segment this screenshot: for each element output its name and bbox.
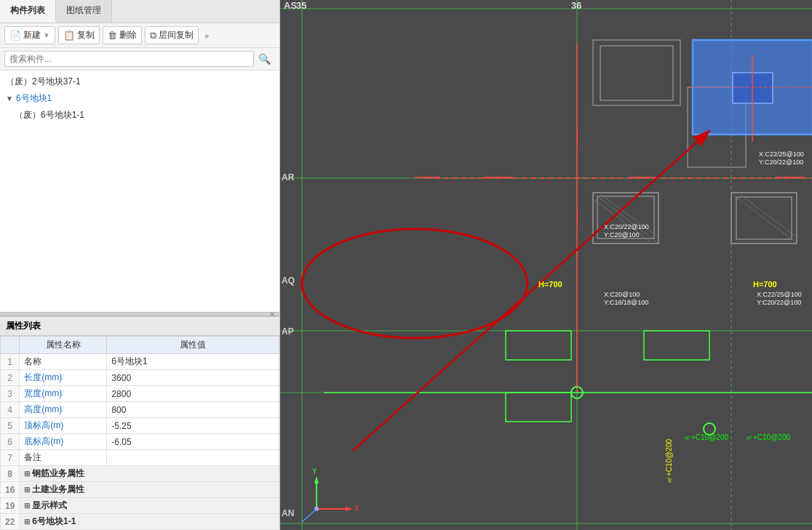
svg-text:AR: AR xyxy=(282,172,295,182)
expand-icon: ⊞ xyxy=(24,470,30,478)
svg-rect-19 xyxy=(597,196,654,238)
svg-text:㎡+C10@200: ㎡+C10@200 xyxy=(746,433,790,441)
table-row[interactable]: 7 备注 xyxy=(1,450,279,466)
property-table: 属性名称 属性值 1 名称 6号地块1 2 长度(mm) 3600 3 宽度(m… xyxy=(0,336,279,530)
col-name-header: 属性名称 xyxy=(20,337,107,354)
expand-icon: ⊞ xyxy=(24,486,30,494)
svg-text:AN: AN xyxy=(282,508,294,518)
svg-rect-15 xyxy=(733,73,773,103)
svg-text:X:C20/22@100: X:C20/22@100 xyxy=(604,223,649,230)
floor-copy-icon: ⧉ xyxy=(150,30,156,41)
svg-rect-29 xyxy=(506,393,571,422)
copy-icon: 📋 xyxy=(63,30,75,41)
floor-copy-button[interactable]: ⧉ 层间复制 xyxy=(145,26,199,44)
svg-text:AP: AP xyxy=(282,326,294,337)
delete-button[interactable]: 🗑 删除 xyxy=(103,26,142,44)
col-value-header: 属性值 xyxy=(107,337,279,354)
svg-text:㎡+C10@200: ㎡+C10@200 xyxy=(684,433,728,441)
svg-text:X:C22/25@100: X:C22/25@100 xyxy=(759,150,804,158)
svg-rect-12 xyxy=(600,46,673,100)
tab-bar: 构件列表 图纸管理 xyxy=(0,0,279,23)
svg-rect-14 xyxy=(693,40,812,134)
toolbar: 📄 新建 ▼ 📋 复制 🗑 删除 ⧉ 层间复制 » xyxy=(0,23,279,48)
svg-point-69 xyxy=(302,229,528,338)
svg-marker-65 xyxy=(346,507,353,511)
table-row[interactable]: 1 名称 6号地块1 xyxy=(1,354,279,370)
table-row-group-6hao[interactable]: 22 ⊞6号地块1-1 xyxy=(1,514,279,530)
new-button[interactable]: 📄 新建 ▼ xyxy=(4,26,55,44)
svg-text:H=700: H=700 xyxy=(538,280,562,289)
svg-text:Y:C20/22@100: Y:C20/22@100 xyxy=(759,158,803,166)
svg-point-30 xyxy=(571,387,583,398)
tree-item-废6号[interactable]: （废）6号地块1-1 xyxy=(0,107,279,124)
svg-text:36: 36 xyxy=(571,0,581,11)
table-row-group-civil[interactable]: 16 ⊞土建业务属性 xyxy=(1,482,279,498)
svg-text:H=700: H=700 xyxy=(753,280,777,289)
property-panel: 属性列表 属性名称 属性值 1 名称 6号地块1 2 长度(mm) 3600 xyxy=(0,316,279,530)
table-row[interactable]: 4 高度(mm) 800 xyxy=(1,402,279,418)
svg-text:X: X xyxy=(354,505,359,513)
svg-text:AS: AS xyxy=(284,0,297,11)
new-icon: 📄 xyxy=(9,30,21,41)
svg-text:㎡+C10@200: ㎡+C10@200 xyxy=(665,439,673,483)
tree-item-6号地块1[interactable]: ▼ 6号地块1 xyxy=(0,90,279,107)
svg-rect-27 xyxy=(506,331,571,360)
property-panel-title: 属性列表 xyxy=(0,317,279,336)
svg-text:Y: Y xyxy=(312,467,317,475)
tree-item-废2号[interactable]: （废）2号地块37-1 xyxy=(0,73,279,90)
svg-line-25 xyxy=(733,194,795,242)
table-row-group-display[interactable]: 19 ⊞显示样式 xyxy=(1,498,279,514)
svg-line-68 xyxy=(302,509,317,522)
svg-text:X:C22/25@100: X:C22/25@100 xyxy=(757,291,802,298)
cad-drawing: AS 35 36 AR AQ AP AN X:C20/22@100 Y:C20@… xyxy=(280,0,812,530)
svg-rect-18 xyxy=(593,193,658,244)
svg-point-67 xyxy=(314,507,319,511)
svg-rect-24 xyxy=(736,197,792,239)
table-row[interactable]: 2 长度(mm) 3600 xyxy=(1,370,279,386)
expand-arrow: ▼ xyxy=(6,95,13,103)
table-row-group-rebar[interactable]: 8 ⊞钢筋业务属性 xyxy=(1,466,279,482)
component-tree: （废）2号地块37-1 ▼ 6号地块1 （废）6号地块1-1 xyxy=(0,71,279,312)
more-button[interactable]: » xyxy=(202,30,212,41)
table-row[interactable]: 3 宽度(mm) 2800 xyxy=(1,386,279,402)
svg-text:Y:C20@100: Y:C20@100 xyxy=(604,231,640,238)
svg-rect-23 xyxy=(731,193,797,244)
search-button[interactable]: 🔍 xyxy=(254,51,275,67)
tab-component-list[interactable]: 构件列表 xyxy=(0,0,56,23)
svg-text:35: 35 xyxy=(296,0,306,11)
tab-drawing-management[interactable]: 图纸管理 xyxy=(56,0,112,23)
svg-rect-28 xyxy=(644,331,709,360)
delete-icon: 🗑 xyxy=(108,30,117,41)
svg-rect-13 xyxy=(688,87,746,167)
svg-line-20 xyxy=(594,194,657,242)
svg-rect-11 xyxy=(593,40,680,105)
copy-button[interactable]: 📋 复制 xyxy=(58,26,100,44)
svg-line-21 xyxy=(600,194,658,237)
svg-line-26 xyxy=(740,194,797,237)
search-bar: 🔍 xyxy=(0,48,279,71)
expand-icon: ⊞ xyxy=(24,518,30,526)
svg-line-22 xyxy=(594,200,651,242)
svg-text:Y:C16/18@100: Y:C16/18@100 xyxy=(604,299,648,306)
svg-point-31 xyxy=(704,423,715,435)
cad-canvas[interactable]: AS 35 36 AR AQ AP AN X:C20/22@100 Y:C20@… xyxy=(280,0,812,530)
svg-text:Y:C20/22@100: Y:C20/22@100 xyxy=(757,299,801,306)
left-panel: 构件列表 图纸管理 📄 新建 ▼ 📋 复制 🗑 删除 ⧉ 层间复制 » 🔍 （废… xyxy=(0,0,280,530)
svg-marker-62 xyxy=(314,476,319,483)
svg-text:X:C20@100: X:C20@100 xyxy=(604,291,640,298)
svg-text:AQ: AQ xyxy=(282,276,295,286)
expand-icon: ⊞ xyxy=(24,502,30,510)
table-row[interactable]: 5 顶标高(m) -5.25 xyxy=(1,418,279,434)
table-row[interactable]: 6 底标高(m) -6.05 xyxy=(1,434,279,450)
svg-line-40 xyxy=(353,131,709,451)
search-input[interactable] xyxy=(4,51,254,67)
col-num-header xyxy=(1,337,20,354)
